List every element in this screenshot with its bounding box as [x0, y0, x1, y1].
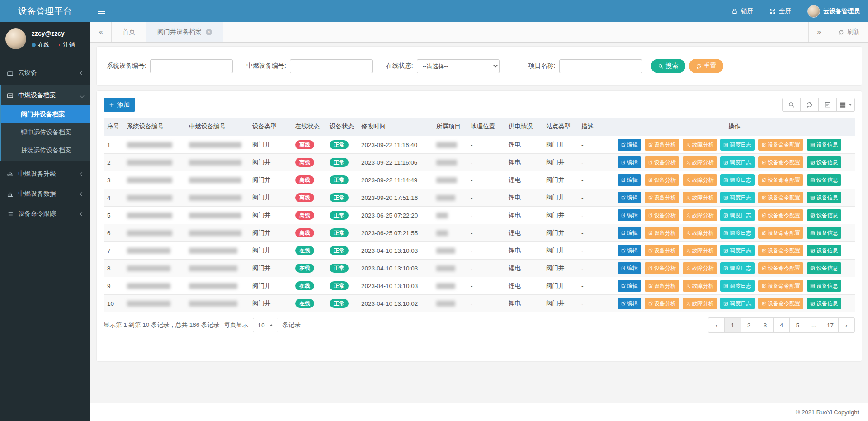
- device-command-config-button[interactable]: 设备命令配置: [758, 139, 803, 151]
- device-info-button[interactable]: 设备信息: [807, 280, 841, 292]
- page-prev-button[interactable]: ‹: [708, 317, 725, 333]
- dispatch-log-button[interactable]: 调度日志: [720, 298, 755, 309]
- device-command-config-button[interactable]: 设备命令配置: [758, 156, 803, 168]
- page-size-select[interactable]: 10: [253, 318, 278, 332]
- edit-button[interactable]: 编辑: [618, 227, 641, 239]
- search-button[interactable]: 搜索: [651, 59, 685, 73]
- dispatch-log-button[interactable]: 调度日志: [720, 192, 755, 203]
- device-info-button[interactable]: 设备信息: [807, 227, 841, 239]
- device-command-config-button[interactable]: 设备命令配置: [758, 280, 803, 292]
- sidebar-item-device-data[interactable]: 中燃设备数据: [0, 184, 90, 204]
- dispatch-log-button[interactable]: 调度日志: [720, 174, 755, 186]
- sidebar-item-assembled-remote-archive[interactable]: 拼装远传设备档案: [1, 142, 90, 160]
- gas-device-id-input[interactable]: [290, 59, 373, 73]
- fault-analysis-button[interactable]: 故障分析: [683, 298, 717, 309]
- dispatch-log-button[interactable]: 调度日志: [720, 245, 755, 256]
- fault-analysis-button[interactable]: 故障分析: [683, 209, 717, 221]
- device-analysis-button[interactable]: 设备分析: [645, 227, 679, 239]
- lock-screen-button[interactable]: 锁屏: [731, 7, 753, 15]
- device-command-config-button[interactable]: 设备命令配置: [758, 262, 803, 274]
- close-icon[interactable]: ×: [206, 29, 212, 35]
- system-device-id-input[interactable]: [150, 59, 233, 73]
- dispatch-log-button[interactable]: 调度日志: [720, 227, 755, 239]
- edit-button[interactable]: 编辑: [618, 280, 641, 292]
- device-info-button[interactable]: 设备信息: [807, 245, 841, 256]
- fullscreen-button[interactable]: 全屏: [769, 7, 791, 15]
- user-menu-button[interactable]: 云设备管理员: [807, 5, 860, 18]
- table-refresh-button[interactable]: [800, 98, 819, 112]
- fault-analysis-button[interactable]: 故障分析: [683, 227, 717, 239]
- sidebar-item-device-upgrade[interactable]: 中燃设备升级: [0, 164, 90, 184]
- device-analysis-button[interactable]: 设备分析: [645, 209, 679, 221]
- edit-button[interactable]: 编辑: [618, 174, 641, 186]
- device-command-config-button[interactable]: 设备命令配置: [758, 227, 803, 239]
- add-button[interactable]: 添加: [104, 98, 135, 112]
- device-command-config-button[interactable]: 设备命令配置: [758, 245, 803, 256]
- tab-home[interactable]: 首页: [112, 22, 146, 42]
- device-info-button[interactable]: 设备信息: [807, 139, 841, 151]
- device-info-button[interactable]: 设备信息: [807, 262, 841, 274]
- dispatch-log-button[interactable]: 调度日志: [720, 262, 755, 274]
- device-info-button[interactable]: 设备信息: [807, 174, 841, 186]
- sidebar-item-valve-well-archive[interactable]: 阀门井设备档案: [1, 105, 90, 123]
- page-button[interactable]: 17: [822, 317, 839, 333]
- reset-button[interactable]: 重置: [689, 59, 723, 73]
- fault-analysis-button[interactable]: 故障分析: [683, 245, 717, 256]
- sidebar-item-device-archive[interactable]: 中燃设备档案: [1, 85, 90, 105]
- device-info-button[interactable]: 设备信息: [807, 298, 841, 309]
- edit-button[interactable]: 编辑: [618, 139, 641, 151]
- device-analysis-button[interactable]: 设备分析: [645, 139, 679, 151]
- page-button[interactable]: 4: [773, 317, 790, 333]
- dispatch-log-button[interactable]: 调度日志: [720, 209, 755, 221]
- edit-button[interactable]: 编辑: [618, 262, 641, 274]
- device-info-button[interactable]: 设备信息: [807, 209, 841, 221]
- device-analysis-button[interactable]: 设备分析: [645, 280, 679, 292]
- device-analysis-button[interactable]: 设备分析: [645, 245, 679, 256]
- fault-analysis-button[interactable]: 故障分析: [683, 139, 717, 151]
- dispatch-log-button[interactable]: 调度日志: [720, 156, 755, 168]
- tab-scroll-right-button[interactable]: »: [808, 22, 830, 42]
- device-analysis-button[interactable]: 设备分析: [645, 262, 679, 274]
- tab-scroll-left-button[interactable]: «: [90, 22, 112, 42]
- device-command-config-button[interactable]: 设备命令配置: [758, 298, 803, 309]
- sidebar-item-command-tracking[interactable]: 设备命令跟踪: [0, 204, 90, 224]
- detail-view-button[interactable]: [818, 98, 837, 112]
- refresh-tab-button[interactable]: 刷新: [830, 22, 868, 42]
- device-command-config-button[interactable]: 设备命令配置: [758, 209, 803, 221]
- page-button[interactable]: 1: [724, 317, 741, 333]
- device-analysis-button[interactable]: 设备分析: [645, 192, 679, 203]
- fault-analysis-button[interactable]: 故障分析: [683, 156, 717, 168]
- device-analysis-button[interactable]: 设备分析: [645, 298, 679, 309]
- page-button[interactable]: 2: [741, 317, 757, 333]
- project-name-input[interactable]: [559, 59, 642, 73]
- page-button[interactable]: 3: [757, 317, 774, 333]
- online-status-select[interactable]: --请选择--: [417, 59, 500, 73]
- tab-valve-well-archive[interactable]: 阀门井设备档案 ×: [146, 22, 223, 42]
- edit-button[interactable]: 编辑: [618, 298, 641, 309]
- columns-button[interactable]: [836, 98, 855, 112]
- page-next-button[interactable]: ›: [838, 317, 855, 333]
- sidebar-item-lithium-remote-archive[interactable]: 锂电远传设备档案: [1, 123, 90, 142]
- page-ellipsis[interactable]: ...: [806, 317, 822, 333]
- fault-analysis-button[interactable]: 故障分析: [683, 280, 717, 292]
- fault-analysis-button[interactable]: 故障分析: [683, 174, 717, 186]
- edit-button[interactable]: 编辑: [618, 156, 641, 168]
- device-info-button[interactable]: 设备信息: [807, 192, 841, 203]
- fault-analysis-button[interactable]: 故障分析: [683, 192, 717, 203]
- dispatch-log-button[interactable]: 调度日志: [720, 280, 755, 292]
- page-button[interactable]: 5: [789, 317, 806, 333]
- dispatch-log-button[interactable]: 调度日志: [720, 139, 755, 151]
- sidebar-toggle-button[interactable]: [90, 0, 112, 22]
- logout-button[interactable]: 注销: [56, 41, 75, 49]
- edit-button[interactable]: 编辑: [618, 192, 641, 203]
- fault-analysis-button[interactable]: 故障分析: [683, 262, 717, 274]
- edit-button[interactable]: 编辑: [618, 209, 641, 221]
- device-command-config-button[interactable]: 设备命令配置: [758, 174, 803, 186]
- device-analysis-button[interactable]: 设备分析: [645, 174, 679, 186]
- device-command-config-button[interactable]: 设备命令配置: [758, 192, 803, 203]
- device-info-button[interactable]: 设备信息: [807, 156, 841, 168]
- table-search-button[interactable]: [782, 98, 801, 112]
- edit-button[interactable]: 编辑: [618, 245, 641, 256]
- device-analysis-button[interactable]: 设备分析: [645, 156, 679, 168]
- sidebar-item-cloud-device[interactable]: 云设备: [0, 63, 90, 83]
